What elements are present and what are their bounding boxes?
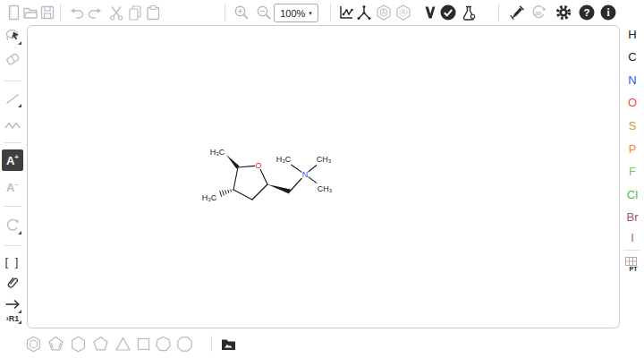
element-button-i[interactable]: I (621, 227, 644, 247)
3d-rotate-button[interactable]: 3D (529, 3, 548, 22)
svg-text:A: A (382, 9, 386, 15)
help-icon: ? (578, 4, 596, 21)
calculated-values-button[interactable] (459, 3, 479, 22)
about-button[interactable]: i (598, 3, 618, 22)
check-structure-button[interactable] (438, 3, 458, 22)
copy-icon (126, 4, 144, 21)
paste-button[interactable] (143, 3, 163, 22)
toolbar-divider (225, 4, 225, 21)
lasso-selection-button[interactable] (2, 25, 23, 47)
template-cyclopentadiene-button[interactable] (45, 333, 66, 354)
paperclip-icon (4, 274, 21, 292)
save-button[interactable] (38, 3, 57, 22)
hash-wedge-bond (220, 190, 232, 197)
drawing-canvas[interactable]: H₃C H₃C O H₃C CH₃ CH₃ N + (27, 25, 620, 328)
cut-icon (107, 4, 125, 21)
check-structure-icon (439, 4, 457, 21)
svg-text:3D: 3D (535, 11, 542, 16)
element-button-cl[interactable]: Cl (621, 184, 644, 204)
chain-button[interactable] (2, 115, 23, 136)
redo-button[interactable] (85, 3, 105, 22)
svg-text:A: A (402, 9, 406, 15)
calculate-cip-icon (421, 4, 439, 21)
undo-button[interactable] (67, 3, 87, 22)
rgroup-label-icon: ›R1 (6, 314, 20, 323)
dearomatize-icon: A (394, 4, 412, 21)
element-button-f[interactable]: F (621, 161, 644, 181)
single-bond-button[interactable] (2, 88, 23, 109)
new-document-icon (4, 4, 22, 21)
charge-minus-button[interactable]: A– (2, 176, 23, 198)
element-button-br[interactable]: Br (621, 207, 644, 226)
eraser-button[interactable] (2, 48, 23, 70)
atom-label-oxygen[interactable]: O (255, 161, 261, 170)
element-button-h[interactable]: H (621, 24, 644, 44)
template-cyclobutane-button[interactable] (132, 333, 154, 354)
template-cycloheptane-button[interactable] (152, 333, 174, 354)
undo-icon (68, 4, 86, 21)
element-button-p[interactable]: P (621, 139, 644, 158)
rotate-tool-icon (4, 217, 21, 234)
3d-rotate-icon: 3D (530, 4, 547, 21)
template-cyclooctane-button[interactable] (174, 333, 195, 354)
cycloheptane-icon (154, 335, 173, 354)
settings-icon (555, 4, 572, 21)
template-cyclopropane-button[interactable] (112, 333, 133, 354)
open-icon (21, 4, 39, 21)
wedge-bond-up-left (226, 155, 240, 169)
help-button[interactable]: ? (577, 3, 597, 22)
svg-text:PT: PT (630, 266, 639, 272)
app-window: 100% ▾ A A (0, 0, 644, 358)
atom-label-methyl[interactable]: CH₃ (317, 155, 332, 164)
toolbar-divider (4, 245, 21, 246)
periodic-table-icon: PT (623, 254, 642, 274)
aromatize-button[interactable]: A (374, 3, 394, 22)
rgroup-label-button[interactable]: ›R1 (2, 311, 23, 326)
cyclobutane-icon (134, 335, 153, 354)
copy-button[interactable] (125, 3, 145, 22)
template-cyclohexane-button[interactable] (67, 333, 89, 354)
atom-label-methyl[interactable]: H₃C (276, 155, 292, 164)
settings-button[interactable] (554, 3, 573, 22)
single-bond-icon (4, 90, 21, 107)
toolbar-divider (4, 206, 21, 207)
aromatize-icon: A (375, 4, 393, 21)
cyclopentadiene-icon (47, 335, 65, 354)
zoom-in-button[interactable] (232, 3, 251, 22)
element-button-s[interactable]: S (621, 115, 644, 135)
toolbar-divider (623, 250, 640, 251)
cut-button[interactable] (106, 3, 126, 22)
template-cyclopentane-button[interactable] (89, 333, 111, 354)
charge-label: + (309, 166, 313, 173)
rotate-tool-button[interactable] (2, 215, 23, 236)
dearomatize-button[interactable]: A (394, 3, 413, 22)
periodic-table-button[interactable]: PT (621, 253, 644, 275)
charge-plus-icon: A+ (6, 154, 19, 166)
element-button-o[interactable]: O (621, 92, 644, 112)
element-button-c[interactable]: C (621, 47, 644, 66)
calculate-cip-button[interactable] (420, 3, 440, 22)
3d-viewer-button[interactable] (507, 3, 527, 22)
atom-label-methyl[interactable]: H₃C (210, 148, 225, 157)
template-library-button[interactable] (217, 333, 239, 354)
zoom-out-button[interactable] (254, 3, 274, 22)
toolbar-divider (4, 81, 21, 81)
atom-label-methyl[interactable]: H₃C (202, 193, 217, 202)
layout-button[interactable] (336, 3, 356, 22)
reaction-arrow-icon (4, 295, 21, 313)
zoom-level-value: 100% (280, 8, 305, 19)
element-button-n[interactable]: N (621, 70, 644, 90)
atom-label-nitrogen[interactable]: N (302, 170, 309, 179)
svg-text:?: ? (583, 7, 589, 18)
attachment-point-button[interactable] (2, 272, 23, 294)
toolbar-divider (60, 4, 61, 21)
sgroup-brackets-button[interactable]: [ ] (2, 251, 23, 272)
charge-plus-button[interactable]: A+ (2, 149, 23, 171)
atom-label-methyl[interactable]: CH₃ (318, 184, 333, 193)
template-benzene-button[interactable] (22, 333, 44, 354)
clean-up-button[interactable] (354, 3, 374, 22)
clean-up-icon (355, 4, 373, 21)
zoom-level-dropdown[interactable]: 100% ▾ (274, 4, 318, 22)
toolbar-divider (498, 4, 499, 21)
chevron-down-icon: ▾ (309, 10, 312, 17)
